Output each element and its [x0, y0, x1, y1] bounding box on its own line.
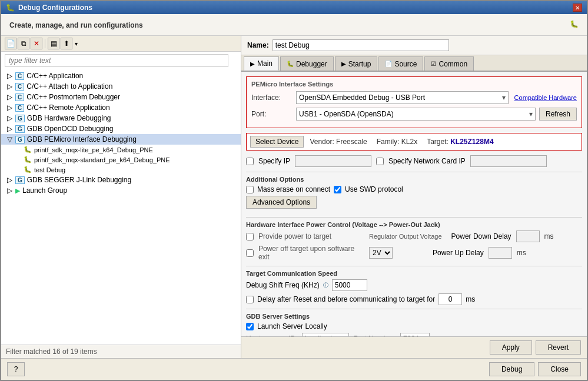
tree-item-cpp-attach[interactable]: ▷ C C/C++ Attach to Application: [1, 81, 241, 92]
filter-status: Filter matched 16 of 19 items: [1, 345, 241, 358]
expand-gdb-openocd[interactable]: ▷: [6, 125, 13, 133]
power-down-label: Power Down Delay: [451, 232, 511, 240]
gdb-segger-label: GDB SEGGER J-Link Debugging: [27, 176, 131, 184]
tree-item-cpp-remote[interactable]: ▷ C C/C++ Remote Application: [1, 102, 241, 113]
power-down-input[interactable]: [516, 230, 540, 242]
use-swd-checkbox[interactable]: [334, 186, 341, 193]
delay-checkbox[interactable]: [246, 296, 254, 303]
specify-network-checkbox[interactable]: [376, 158, 384, 165]
tree-item-gdb-hardware[interactable]: ▷ G GDB Hardware Debugging: [1, 113, 241, 123]
tree-item-launch-group[interactable]: ▷ ▶ Launch Group: [1, 185, 241, 196]
tab-source[interactable]: 📄 Source: [378, 56, 423, 71]
title-bar-text: Debug Configurations: [18, 4, 92, 12]
tree-item-cpp-postmortem[interactable]: ▷ C C/C++ Postmortem Debugger: [1, 92, 241, 102]
gdb-server-header: GDB Server Settings: [246, 313, 582, 320]
specify-ip-input[interactable]: [295, 155, 371, 167]
tree-item-gdb-openocd[interactable]: ▷ G GDB OpenOCD Debugging: [1, 123, 241, 134]
interface-combo[interactable]: OpenSDA Embedded Debug - USB Port ▾: [296, 91, 509, 104]
freq-row: Debug Shift Freq (KHz) ⓘ: [246, 279, 582, 291]
refresh-button[interactable]: Refresh: [539, 108, 577, 121]
revert-button[interactable]: Revert: [536, 340, 581, 355]
name-label: Name:: [247, 41, 269, 49]
expand-gdb-hardware[interactable]: ▷: [6, 114, 13, 122]
collapse-all-button[interactable]: ⬆: [61, 38, 72, 49]
tree-item-cpp-app[interactable]: ▷ C C/C++ Application: [1, 71, 241, 81]
use-swd-label: Use SWD protocol: [345, 185, 403, 193]
duplicate-config-button[interactable]: ⧉: [18, 38, 29, 49]
close-window-button[interactable]: ✕: [573, 4, 582, 12]
title-bar: 🐛 Debug Configurations ✕: [1, 1, 587, 14]
common-tab-icon: ☑: [431, 61, 436, 67]
compatible-hardware-link[interactable]: Compatible Hardware: [514, 94, 577, 101]
specify-ip-label: Specify IP: [258, 157, 290, 165]
specify-network-input[interactable]: [470, 155, 547, 167]
tree-item-gdb-segger[interactable]: ▷ G GDB SEGGER J-Link Debugging: [1, 175, 241, 185]
toolbar-separator: [45, 39, 45, 48]
freq-input[interactable]: [332, 279, 367, 291]
launch-local-checkbox[interactable]: [246, 323, 254, 330]
device-info: Vendor: Freescale Family: KL2x Target: K…: [310, 138, 493, 146]
delay-row: Delay after Reset and before communicati…: [246, 293, 582, 305]
interface-row: Interface: OpenSDA Embedded Debug - USB …: [251, 91, 577, 104]
main-tab-icon: ▶: [250, 61, 255, 67]
provide-power-checkbox[interactable]: [246, 233, 254, 240]
power-up-input[interactable]: [489, 247, 512, 259]
delete-config-button[interactable]: ✕: [31, 38, 42, 49]
launch-local-label: Launch Server Locally: [257, 322, 327, 330]
tab-debugger[interactable]: 🐛 Debugger: [280, 56, 334, 71]
expand-cpp-postmortem[interactable]: ▷: [6, 93, 13, 101]
target-value: KL25Z128M4: [450, 138, 493, 146]
delay-input[interactable]: [438, 293, 462, 305]
gdb-pemicro-label: GDB PEMicro Interface Debugging: [27, 135, 137, 143]
tree-item-debug3[interactable]: 🐛 test Debug: [1, 165, 241, 175]
filter-expand-button[interactable]: ▤: [48, 38, 59, 49]
voltage-select[interactable]: 2V: [369, 247, 393, 259]
divider3: [246, 266, 582, 266]
tree-item-gdb-pemicro[interactable]: ▽ G GDB PEMicro Interface Debugging: [1, 134, 241, 145]
bug-logo: 🐛: [570, 20, 579, 28]
window-body: 📄 ⧉ ✕ ▤ ⬆ ▾: [1, 36, 587, 358]
cpp-postmortem-icon: C: [15, 93, 24, 101]
right-panel: Name: ▶ Main 🐛 Debugger ▶ Startup �: [241, 36, 587, 358]
close-button[interactable]: Close: [538, 362, 581, 376]
tree-item-debug2[interactable]: 🐛 printf_sdk_mqx-standard_pe_k64_Debug_P…: [1, 155, 241, 165]
debug-button[interactable]: Debug: [489, 362, 534, 376]
help-button[interactable]: ?: [7, 362, 25, 376]
expand-launch-group[interactable]: ▷: [6, 186, 13, 195]
target-speed-section: Target Communication Speed Debug Shift F…: [246, 270, 582, 305]
power-off-label: Power off target upon software exit: [258, 245, 364, 261]
tab-common[interactable]: ☑ Common: [424, 56, 474, 71]
left-panel: 📄 ⧉ ✕ ▤ ⬆ ▾: [1, 36, 241, 358]
divider2: [246, 217, 582, 218]
launch-local-row: Launch Server Locally: [246, 322, 582, 330]
delete-icon: ✕: [34, 39, 39, 48]
expand-gdb-segger[interactable]: ▷: [6, 176, 13, 184]
expand-gdb-pemicro[interactable]: ▽: [6, 135, 13, 143]
expand-cpp-remote[interactable]: ▷: [6, 103, 13, 112]
power-off-checkbox[interactable]: [246, 249, 254, 257]
startup-tab-icon: ▶: [341, 61, 346, 67]
tree-item-debug1[interactable]: 🐛 printf_sdk_mqx-lite_pe_k64_Debug_PNE: [1, 145, 241, 155]
expand-cpp-attach[interactable]: ▷: [6, 82, 13, 91]
config-name-input[interactable]: [273, 39, 449, 51]
pemicro-section: PEMicro Interface Settings Interface: Op…: [246, 76, 582, 128]
new-config-button[interactable]: 📄: [5, 38, 16, 49]
tab-main[interactable]: ▶ Main: [244, 56, 279, 71]
cpp-attach-label: C/C++ Attach to Application: [26, 82, 112, 91]
advanced-options-button[interactable]: Advanced Options: [246, 196, 317, 209]
apply-button[interactable]: Apply: [490, 340, 532, 355]
divider1: [246, 172, 582, 172]
tab-startup[interactable]: ▶ Startup: [335, 56, 378, 71]
filter-input[interactable]: [5, 54, 228, 67]
expand-cpp-app[interactable]: ▷: [6, 72, 13, 80]
target-speed-header: Target Communication Speed: [246, 270, 582, 277]
port-combo[interactable]: USB1 - OpenSDA (OpenSDA) ▾: [296, 108, 536, 121]
debug1-icon: 🐛: [24, 146, 32, 153]
mass-erase-checkbox[interactable]: [246, 186, 254, 193]
hardware-power-section: Hardware Interface Power Control (Voltag…: [246, 221, 582, 261]
specify-ip-checkbox[interactable]: [246, 158, 254, 165]
freq-label: Debug Shift Freq (KHz): [246, 281, 320, 289]
gdb-openocd-label: GDB OpenOCD Debugging: [27, 125, 114, 133]
select-device-button[interactable]: Select Device: [250, 136, 304, 148]
interface-combo-value: OpenSDA Embedded Debug - USB Port: [299, 93, 425, 102]
